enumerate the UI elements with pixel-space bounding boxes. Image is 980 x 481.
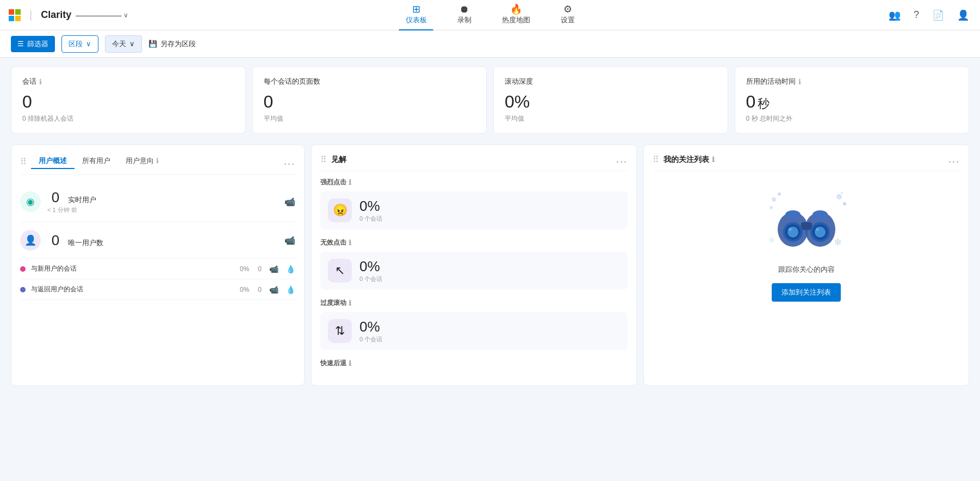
stat-pages-sub: 平均值 (264, 114, 476, 123)
user-intent-info-icon[interactable]: ℹ (156, 157, 159, 165)
return-users-pct: 0% (240, 286, 249, 293)
today-chevron-icon: ∨ (129, 40, 135, 48)
svg-point-3 (843, 202, 846, 205)
save-segment-button[interactable]: 💾 另存为区段 (148, 39, 196, 49)
document-icon-button[interactable]: 📄 (930, 7, 946, 23)
quick-back-info-icon[interactable]: ℹ (349, 359, 351, 367)
svg-point-2 (836, 194, 842, 199)
new-users-camera-icon[interactable]: 📹 (269, 265, 278, 273)
realtime-users-row: ◉ 0 实时用户 < 1 分钟 前 📹 (20, 182, 295, 222)
unique-users-row: 👤 0 唯一用户数 📹 (20, 222, 295, 259)
unique-count: 0 (47, 232, 64, 249)
segment-label: 区段 (69, 39, 83, 49)
insights-panel: ⠿ 见解 ... 强烈点击 ℹ 😠 0% 0 个会 (311, 145, 637, 386)
return-users-dot (20, 287, 26, 292)
insights-drag-handle[interactable]: ⠿ (320, 154, 327, 165)
account-icon-button[interactable]: 👤 (955, 7, 971, 23)
stat-pages-value: 0 (264, 92, 476, 112)
today-button[interactable]: 今天 ∨ (105, 35, 142, 53)
top-nav: | Clarity —————— ∨ ⊞ 仪表板 ⏺ 录制 🔥 热度地图 ⚙ 设… (0, 0, 980, 30)
dead-click-info-icon[interactable]: ℹ (349, 239, 351, 247)
excess-scroll-sessions: 0 个会话 (359, 335, 382, 343)
watchlist-menu[interactable]: ... (948, 154, 960, 165)
segment-button[interactable]: 区段 ∨ (61, 35, 98, 53)
watchlist-caption: 跟踪你关心的内容 (778, 265, 835, 274)
excess-scroll-info-icon[interactable]: ℹ (349, 299, 351, 307)
rage-click-sessions: 0 个会话 (359, 215, 382, 223)
project-selector[interactable]: —————— ∨ (76, 11, 128, 20)
user-overview-menu[interactable]: ... (284, 156, 295, 167)
filter-button[interactable]: ☰ 篩选器 (11, 36, 55, 52)
tab-heatmap[interactable]: 🔥 热度地图 (495, 0, 537, 30)
new-users-pct: 0% (240, 265, 249, 273)
svg-point-18 (812, 210, 828, 219)
quick-back-section: 快速后退 ℹ (320, 359, 628, 368)
filter-icon: ☰ (17, 40, 24, 48)
rage-click-card: 😠 0% 0 个会话 (320, 191, 628, 229)
user-overview-panel: ⠿ 用户概述 所有用户 用户意向 ℹ ... (11, 145, 305, 386)
stat-active-time-sub: 0 秒 总时间之外 (746, 114, 958, 123)
help-icon-button[interactable]: ? (911, 7, 921, 23)
watchlist-info-icon[interactable]: ℹ (712, 155, 715, 164)
user-overview-tabs: 用户概述 所有用户 用户意向 ℹ (31, 154, 166, 169)
unique-info: 0 唯一用户数 (47, 232, 103, 249)
microsoft-logo (9, 9, 21, 21)
stat-scroll-value: 0% (505, 92, 717, 112)
users-icon-button[interactable]: 👥 (886, 7, 903, 23)
svg-text:❄: ❄ (768, 236, 775, 245)
brand-separator: | (29, 9, 32, 21)
user-overview-header: ⠿ 用户概述 所有用户 用户意向 ℹ ... (20, 154, 295, 175)
stat-scroll-sub: 平均值 (505, 114, 717, 123)
dead-click-pct: 0% (359, 258, 382, 275)
stat-sessions-title: 会话 ℹ (22, 77, 234, 86)
nav-center-tabs: ⊞ 仪表板 ⏺ 录制 🔥 热度地图 ⚙ 设置 (399, 0, 581, 30)
watchlist-header: ⠿ 我的关注列表 ℹ ... (653, 154, 960, 171)
watchlist-illustration: ❄ ❄ (763, 189, 850, 254)
insights-menu[interactable]: ... (616, 154, 628, 165)
project-chevron-icon: ∨ (123, 11, 128, 19)
return-users-drop-icon[interactable]: 💧 (286, 285, 295, 294)
tab-recording[interactable]: ⏺ 录制 (451, 0, 478, 30)
save-segment-label: 另存为区段 (160, 39, 196, 49)
svg-point-5 (770, 206, 773, 209)
tab-all-users[interactable]: 所有用户 (75, 154, 118, 169)
legend-new-users: 与新用户的会话 0% 0 📹 💧 (20, 259, 295, 279)
active-time-info-icon[interactable]: ℹ (798, 78, 801, 86)
new-users-drop-icon[interactable]: 💧 (286, 265, 295, 273)
watchlist-drag-handle[interactable]: ⠿ (653, 154, 659, 165)
realtime-sub: < 1 分钟 前 (47, 206, 96, 214)
user-overview-drag-handle[interactable]: ⠿ (20, 157, 27, 167)
watchlist-panel: ⠿ 我的关注列表 ℹ ... (643, 145, 969, 386)
tab-dashboard[interactable]: ⊞ 仪表板 (399, 0, 433, 30)
realtime-icon: ◉ (20, 191, 41, 212)
tab-settings[interactable]: ⚙ 设置 (554, 0, 581, 30)
unique-label: 唯一用户数 (68, 238, 103, 248)
dead-click-title: 无效点击 ℹ (320, 238, 628, 247)
stat-pages-title: 每个会话的页面数 (264, 77, 476, 86)
realtime-camera-icon[interactable]: 📹 (284, 197, 295, 207)
svg-text:❄: ❄ (834, 237, 842, 248)
svg-point-4 (841, 192, 843, 194)
sessions-info-icon[interactable]: ℹ (39, 78, 42, 86)
stat-sessions-sub: 0 排除机器人会话 (22, 114, 234, 123)
rage-click-info-icon[interactable]: ℹ (349, 178, 351, 186)
tab-dashboard-label: 仪表板 (406, 15, 427, 25)
main-content: 会话 ℹ 0 0 排除机器人会话 每个会话的页面数 0 平均值 滚动深度 0% … (0, 58, 980, 395)
rage-click-pct: 0% (359, 198, 382, 215)
realtime-count: 0 (47, 189, 64, 206)
svg-rect-8 (801, 222, 812, 230)
tab-user-overview[interactable]: 用户概述 (31, 154, 75, 169)
unique-camera-icon[interactable]: 📹 (284, 235, 295, 246)
return-users-camera-icon[interactable]: 📹 (269, 285, 278, 294)
rage-click-section: 强烈点击 ℹ 😠 0% 0 个会话 (320, 178, 628, 229)
new-users-label: 与新用户的会话 (31, 264, 234, 273)
tab-user-intent[interactable]: 用户意向 ℹ (118, 154, 166, 169)
excess-scroll-pct: 0% (359, 318, 382, 335)
today-label: 今天 (112, 39, 126, 49)
add-watchlist-button[interactable]: 添加到关注列表 (772, 283, 841, 302)
nav-left: | Clarity —————— ∨ (9, 9, 150, 21)
excess-scroll-icon: ⇅ (328, 319, 352, 343)
stat-sessions-value: 0 (22, 92, 234, 112)
dead-click-icon: ↖ (328, 259, 352, 283)
stat-card-active-time: 所用的活动时间 ℹ 0 秒 0 秒 总时间之外 (735, 66, 970, 134)
